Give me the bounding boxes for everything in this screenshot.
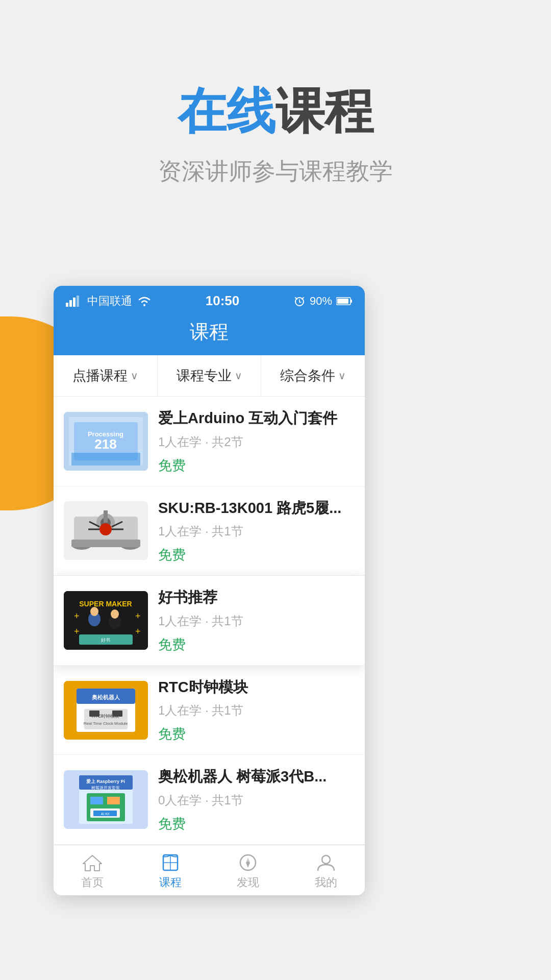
- svg-point-23: [99, 523, 112, 535]
- course-price: 免费: [158, 725, 355, 743]
- filter-specialty[interactable]: 课程专业 ∨: [158, 355, 262, 396]
- home-icon: [82, 853, 103, 872]
- course-item[interactable]: 爱上 Raspberry Pi 树莓派开发套装 AI Kit 奥松机器人 树莓派…: [54, 755, 365, 845]
- svg-text:+: +: [74, 626, 80, 636]
- svg-rect-55: [90, 797, 103, 804]
- svg-rect-48: [112, 710, 122, 717]
- svg-rect-14: [71, 453, 140, 465]
- app-header: 课程: [54, 313, 365, 355]
- battery-icon: [336, 297, 353, 306]
- robot-thumb-image: [64, 501, 148, 560]
- course-info: SKU:RB-13K001 路虎5履... 1人在学 · 共1节 免费: [158, 498, 355, 565]
- raspi-thumb-image: 爱上 Raspberry Pi 树莓派开发套装 AI Kit: [64, 770, 148, 829]
- course-price: 免费: [158, 635, 355, 654]
- svg-rect-19: [71, 540, 140, 547]
- course-info: 爱上Arduino 互动入门套件 1人在学 · 共2节 免费: [158, 408, 355, 475]
- user-icon: [316, 853, 336, 872]
- signal-icon: [66, 296, 82, 307]
- svg-rect-56: [107, 797, 120, 804]
- book-icon: [160, 853, 181, 872]
- svg-rect-47: [89, 710, 99, 717]
- svg-rect-8: [337, 299, 348, 304]
- course-thumbnail: 爱上 Raspberry Pi 树莓派开发套装 AI Kit: [64, 770, 148, 829]
- course-thumbnail: [64, 501, 148, 560]
- nav-discover-label: 发现: [237, 875, 259, 890]
- nav-courses-label: 课程: [159, 875, 182, 890]
- bottom-nav: 首页 课程 发现 我的: [54, 845, 365, 895]
- processing-thumb-image: Processing 218: [64, 412, 148, 471]
- course-meta: 0人在学 · 共1节: [158, 792, 355, 808]
- course-info: 好书推荐 1人在学 · 共1节 免费: [158, 587, 355, 654]
- compass-icon: [238, 853, 258, 872]
- course-thumbnail: SUPER MAKER + + + + 好书: [64, 591, 148, 650]
- svg-text:Real Time Clock Module: Real Time Clock Module: [84, 721, 128, 726]
- nav-courses[interactable]: 课程: [132, 853, 210, 890]
- course-item[interactable]: SKU:RB-13K001 路虎5履... 1人在学 · 共1节 免费: [54, 486, 365, 576]
- nav-home-label: 首页: [81, 875, 104, 890]
- filter-on-demand-label: 点播课程: [72, 366, 128, 385]
- filter-on-demand[interactable]: 点播课程 ∨: [54, 355, 158, 396]
- filter-conditions-label: 综合条件: [280, 366, 335, 385]
- app-title: 课程: [54, 319, 365, 345]
- svg-point-37: [111, 609, 119, 619]
- svg-rect-1: [69, 300, 72, 307]
- chevron-down-icon-2: ∨: [235, 370, 242, 382]
- svg-text:树莓派开发套装: 树莓派开发套装: [91, 786, 120, 790]
- course-info: RTC时钟模块 1人在学 · 共1节 免费: [158, 677, 355, 744]
- svg-text:奥松机器人: 奥松机器人: [91, 694, 120, 700]
- svg-text:+: +: [74, 611, 80, 621]
- filter-specialty-label: 课程专业: [177, 366, 232, 385]
- course-meta: 1人在学 · 共1节: [158, 613, 355, 629]
- status-time: 10:50: [206, 293, 240, 309]
- course-meta: 1人在学 · 共1节: [158, 523, 355, 540]
- filter-bar: 点播课程 ∨ 课程专业 ∨ 综合条件 ∨: [54, 355, 365, 397]
- hero-title-normal: 课程: [276, 84, 373, 138]
- chevron-down-icon: ∨: [131, 370, 138, 382]
- course-item-elevated[interactable]: SUPER MAKER + + + + 好书 好书推荐: [54, 576, 365, 666]
- course-price: 免费: [158, 815, 355, 833]
- phone-mockup: 中国联通 10:50 90%: [54, 286, 365, 895]
- alarm-icon: [293, 296, 306, 307]
- svg-rect-0: [66, 303, 68, 307]
- nav-discover[interactable]: 发现: [209, 853, 287, 890]
- nav-home[interactable]: 首页: [54, 853, 132, 890]
- svg-marker-64: [246, 862, 250, 868]
- svg-text:+: +: [135, 611, 141, 621]
- course-name: RTC时钟模块: [158, 677, 355, 698]
- status-right: 90%: [293, 295, 353, 308]
- course-price: 免费: [158, 546, 355, 564]
- wifi-icon: [137, 296, 152, 307]
- course-thumbnail: 奥松机器人 RTC时钟模块 Real Time Clock Module: [64, 681, 148, 740]
- status-bar: 中国联通 10:50 90%: [54, 286, 365, 313]
- course-thumbnail: Processing 218: [64, 412, 148, 471]
- chevron-down-icon-3: ∨: [338, 370, 346, 382]
- filter-conditions[interactable]: 综合条件 ∨: [261, 355, 365, 396]
- course-name: 好书推荐: [158, 587, 355, 608]
- svg-point-4: [143, 304, 145, 306]
- svg-text:好书: 好书: [101, 638, 110, 643]
- hero-title: 在线课程: [20, 82, 531, 140]
- svg-text:SUPER MAKER: SUPER MAKER: [79, 600, 132, 608]
- course-meta: 1人在学 · 共2节: [158, 434, 355, 450]
- carrier-text: 中国联通: [87, 293, 132, 309]
- svg-text:AI Kit: AI Kit: [101, 812, 110, 816]
- nav-profile[interactable]: 我的: [287, 853, 365, 890]
- svg-rect-2: [73, 298, 76, 307]
- course-info: 奥松机器人 树莓派3代B... 0人在学 · 共1节 免费: [158, 766, 355, 833]
- svg-point-35: [90, 607, 98, 616]
- hero-subtitle: 资深讲师参与课程教学: [20, 156, 531, 187]
- svg-rect-3: [77, 296, 79, 307]
- battery-text: 90%: [310, 295, 332, 308]
- status-left: 中国联通: [66, 293, 152, 309]
- course-item[interactable]: 奥松机器人 RTC时钟模块 Real Time Clock Module RTC…: [54, 666, 365, 755]
- super-thumb-image: SUPER MAKER + + + + 好书: [64, 591, 148, 650]
- course-name: SKU:RB-13K001 路虎5履...: [158, 498, 355, 519]
- hero-title-highlight: 在线: [178, 84, 276, 138]
- svg-rect-7: [350, 300, 352, 303]
- hero-section: 在线课程 资深讲师参与课程教学: [0, 0, 551, 218]
- svg-text:218: 218: [94, 436, 116, 452]
- course-list: Processing 218 爱上Arduino 互动入门套件 1人在学 · 共…: [54, 397, 365, 845]
- course-meta: 1人在学 · 共1节: [158, 702, 355, 719]
- course-item[interactable]: Processing 218 爱上Arduino 互动入门套件 1人在学 · 共…: [54, 397, 365, 486]
- course-price: 免费: [158, 456, 355, 475]
